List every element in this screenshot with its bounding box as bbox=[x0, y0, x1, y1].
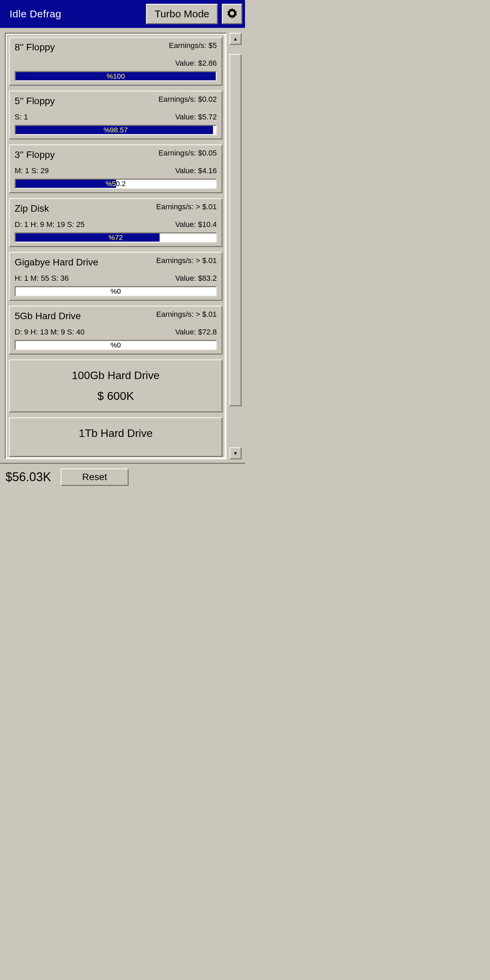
footer: $56.03K Reset bbox=[0, 463, 245, 490]
progress-bar: %50.2 bbox=[14, 179, 217, 189]
drive-earnings: Earnings/s: > $.01 bbox=[156, 203, 217, 214]
drive-value: Value: $72.8 bbox=[175, 328, 217, 337]
locked-drive-card[interactable]: 1Tb Hard Drive bbox=[9, 417, 223, 457]
main-area: 8'' FloppyEarnings/s: $5Value: $2.86%100… bbox=[0, 28, 245, 463]
locked-drive-name: 1Tb Hard Drive bbox=[13, 427, 218, 440]
drive-card[interactable]: Zip DiskEarnings/s: > $.01D: 1 H: 9 M: 1… bbox=[9, 198, 223, 247]
drive-name: Zip Disk bbox=[14, 203, 49, 214]
gear-icon bbox=[226, 7, 239, 21]
drive-card[interactable]: 5'' FloppyEarnings/s: $0.02S: 1Value: $5… bbox=[9, 91, 223, 140]
balance-display: $56.03K bbox=[5, 470, 51, 484]
drive-card[interactable]: 3'' FloppyEarnings/s: $0.05M: 1 S: 29Val… bbox=[9, 144, 223, 193]
locked-drive-price: $ 600K bbox=[13, 389, 218, 402]
drive-list-frame: 8'' FloppyEarnings/s: $5Value: $2.86%100… bbox=[5, 33, 227, 460]
progress-bar: %100 bbox=[14, 71, 217, 81]
triangle-up-icon: ▲ bbox=[233, 36, 238, 41]
progress-label: %0 bbox=[16, 287, 216, 295]
drive-card[interactable]: 5Gb Hard DriveEarnings/s: > $.01D: 9 H: … bbox=[9, 305, 223, 355]
locked-drive-name: 100Gb Hard Drive bbox=[13, 369, 218, 382]
drive-earnings: Earnings/s: $5 bbox=[169, 42, 217, 53]
reset-button[interactable]: Reset bbox=[60, 468, 129, 486]
drive-value: Value: $5.72 bbox=[175, 113, 217, 121]
drive-earnings: Earnings/s: $0.05 bbox=[159, 150, 217, 160]
settings-button[interactable] bbox=[222, 4, 242, 24]
drive-timer: S: 1 bbox=[14, 113, 28, 121]
drive-timer: M: 1 S: 29 bbox=[14, 166, 49, 175]
progress-label: %0 bbox=[16, 341, 216, 349]
drive-timer: D: 9 H: 13 M: 9 S: 40 bbox=[14, 328, 84, 337]
progress-label: %100 bbox=[16, 72, 216, 80]
app-title: Idle Defrag bbox=[10, 8, 142, 20]
progress-label: %72 bbox=[16, 234, 216, 242]
locked-drive-card[interactable]: 100Gb Hard Drive$ 600K bbox=[9, 360, 223, 412]
drive-timer: D: 1 H: 9 M: 19 S: 25 bbox=[14, 220, 84, 229]
scrollbar: ▲ ▼ bbox=[229, 33, 242, 460]
drive-value: Value: $83.2 bbox=[175, 274, 217, 283]
drive-earnings: Earnings/s: > $.01 bbox=[156, 311, 217, 321]
drive-value: Value: $2.86 bbox=[175, 59, 217, 68]
header: Idle Defrag Turbo Mode bbox=[0, 0, 245, 28]
progress-bar: %98.57 bbox=[14, 125, 217, 135]
drive-name: Gigabye Hard Drive bbox=[14, 257, 98, 268]
drive-name: 3'' Floppy bbox=[14, 150, 55, 160]
drive-earnings: Earnings/s: $0.02 bbox=[159, 95, 217, 107]
drive-name: 5Gb Hard Drive bbox=[14, 311, 81, 321]
triangle-down-icon: ▼ bbox=[233, 450, 238, 456]
drive-card[interactable]: Gigabye Hard DriveEarnings/s: > $.01H: 1… bbox=[9, 252, 223, 301]
drive-card[interactable]: 8'' FloppyEarnings/s: $5Value: $2.86%100 bbox=[9, 37, 223, 86]
scroll-down-button[interactable]: ▼ bbox=[229, 447, 242, 460]
scroll-up-button[interactable]: ▲ bbox=[229, 33, 242, 45]
drive-name: 8'' Floppy bbox=[14, 42, 55, 53]
drive-value: Value: $4.16 bbox=[175, 166, 217, 175]
progress-bar: %0 bbox=[14, 340, 217, 350]
scroll-track[interactable] bbox=[229, 46, 242, 447]
progress-label: %50.2 bbox=[16, 180, 216, 188]
drive-timer: H: 1 M: 55 S: 36 bbox=[14, 274, 69, 283]
progress-bar: %72 bbox=[14, 232, 217, 243]
drive-value: Value: $10.4 bbox=[175, 220, 217, 229]
turbo-mode-button[interactable]: Turbo Mode bbox=[146, 4, 218, 24]
scroll-thumb[interactable] bbox=[229, 54, 242, 407]
drive-earnings: Earnings/s: > $.01 bbox=[156, 257, 217, 268]
drive-name: 5'' Floppy bbox=[14, 95, 55, 107]
drive-list: 8'' FloppyEarnings/s: $5Value: $2.86%100… bbox=[7, 35, 224, 457]
progress-label: %98.57 bbox=[16, 126, 216, 134]
progress-bar: %0 bbox=[14, 286, 217, 296]
